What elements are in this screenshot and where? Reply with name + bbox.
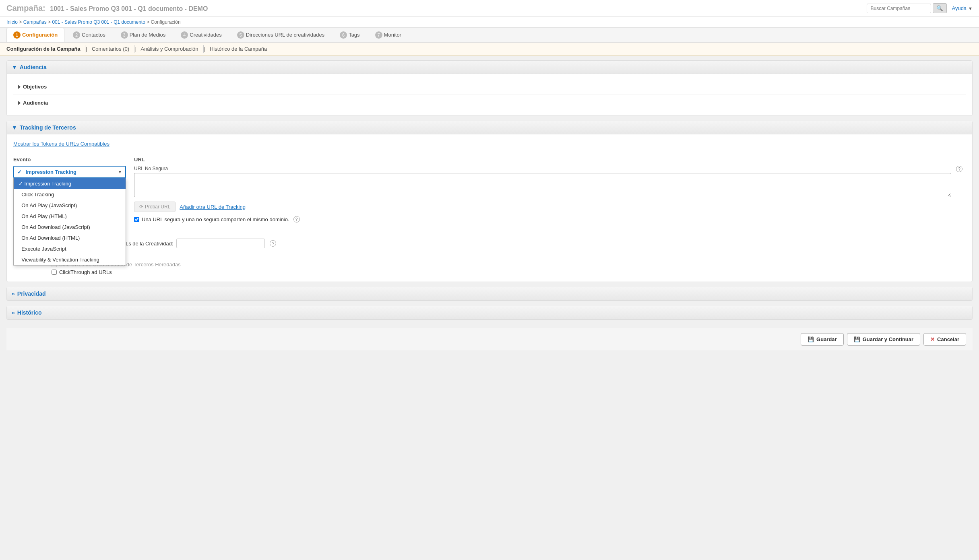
objetivos-header[interactable]: Objetivos — [18, 81, 961, 92]
privacidad-toggle: » — [12, 290, 15, 297]
custom-params-help-icon[interactable]: ? — [270, 240, 276, 247]
evento-col-header: Evento — [13, 155, 134, 164]
audiencia-sub-header[interactable]: Audiencia — [18, 97, 961, 108]
audiencia-header[interactable]: ▼ Audiencia — [7, 61, 972, 74]
guardar-button[interactable]: 💾 Guardar — [801, 333, 844, 346]
url-label-text: URL — [134, 156, 145, 163]
tab-monitor[interactable]: 7Monitor — [368, 28, 408, 42]
tracking-section: ▼ Tracking de Terceros Mostrar los Token… — [6, 121, 973, 282]
tab-direcciones-url-de-creatividades[interactable]: 5Direcciones URL de creatividades — [230, 28, 331, 42]
audiencia-arrow — [18, 101, 21, 105]
historico-header[interactable]: » Histórico — [7, 306, 972, 319]
dropdown-item-5[interactable]: On Ad Download (HTML) — [14, 233, 126, 243]
dropdown-arrow-icon: ▼ — [118, 170, 122, 174]
privacidad-section: » Privacidad — [6, 287, 973, 301]
url-row: URL No Segura ? — [134, 166, 962, 198]
tab-plan-de-medios[interactable]: 3Plan de Medios — [114, 28, 173, 42]
tab-creatividades[interactable]: 4Creatividades — [174, 28, 229, 42]
probar-url-button[interactable]: ⟳ Probar URL — [134, 202, 176, 212]
cancelar-label: Cancelar — [937, 336, 959, 342]
evento-cell: ✓ Impression Tracking ▼ ✓ Impression Tra… — [13, 164, 134, 224]
tab-contactos[interactable]: 2Contactos — [66, 28, 112, 42]
tracking-body: Mostrar los Tokens de URLs Compatibles E… — [7, 134, 972, 282]
search-input[interactable] — [867, 4, 931, 13]
domain-help-icon[interactable]: ? — [293, 216, 300, 222]
campaign-title: Campaña: 1001 - Sales Promo Q3 001 - Q1 … — [6, 4, 208, 13]
url-cell: URL No Segura ? ⟳ Probar URL Aña — [134, 164, 966, 224]
ayuda-chevron: ▼ — [968, 6, 973, 11]
audiencia-title: Audiencia — [20, 64, 47, 70]
sub-tab-2[interactable]: Análisis y Comprobación — [136, 45, 203, 53]
url-no-segura-col: URL No Segura — [134, 166, 951, 198]
tracking-toggle: ▼ — [12, 124, 17, 131]
ayuda-link[interactable]: Ayuda — [952, 5, 967, 11]
dropdown-item-3[interactable]: On Ad Play (HTML) — [14, 211, 126, 222]
guardar-continuar-icon: 💾 — [854, 336, 860, 342]
clickthrough-label: ClickThrough ad URLs — [59, 269, 112, 275]
historico-section: » Histórico — [6, 306, 973, 320]
domain-checkbox-label: Una URL segura y una no segura comparten… — [142, 216, 289, 222]
guardar-label: Guardar — [816, 336, 837, 342]
audiencia-body: Objetivos Audiencia — [7, 74, 972, 115]
sub-tab-0[interactable]: Configuración de la Campaña — [6, 45, 85, 53]
domain-checkbox-row: Una URL segura y una no segura comparten… — [134, 216, 962, 222]
main-content: ▼ Audiencia Objetivos Audiencia ▼ Tracki… — [0, 60, 979, 357]
url-actions: ⟳ Probar URL Añadir otra URL de Tracking — [134, 202, 962, 212]
probar-icon: ⟳ — [139, 204, 143, 210]
params-row: Anexar Parametros Personalizados a las U… — [13, 239, 966, 248]
checkmark-icon: ✓ — [17, 169, 22, 175]
dropdown-item-0[interactable]: ✓ Impression Tracking — [14, 178, 126, 189]
audiencia-toggle: ▼ — [12, 64, 17, 70]
sub-tab-1[interactable]: Comentarios (0) — [87, 45, 134, 53]
pixel-row: Restricciones a los Pixeles de Tracking … — [13, 229, 966, 235]
breadcrumb-current: Configuración — [151, 19, 181, 25]
objetivos-arrow — [18, 85, 21, 89]
audiencia-subsection: Audiencia — [13, 95, 966, 111]
audiencia-label: Audiencia — [23, 100, 48, 106]
url-no-segura-input[interactable] — [134, 173, 951, 197]
sub-tab-3[interactable]: Histórico de la Campaña — [205, 45, 272, 53]
guardar-icon: 💾 — [808, 336, 814, 342]
search-area: 🔍 Ayuda ▼ — [867, 3, 973, 13]
dropdown-item-6[interactable]: Execute JavaScript — [14, 243, 126, 254]
campaign-label: Campaña: — [6, 4, 45, 12]
dropdown-selected-label: Impression Tracking — [26, 169, 76, 175]
aplicar-section: Aplicar a Todas las URLs de Terceros Sol… — [13, 252, 966, 275]
breadcrumb-campanas[interactable]: Campañas — [23, 19, 47, 25]
top-bar: Campaña: 1001 - Sales Promo Q3 001 - Q1 … — [0, 0, 979, 17]
tabs-bar: 1Configuración2Contactos3Plan de Medios4… — [0, 28, 979, 43]
breadcrumb: Inicio > Campañas > 001 - Sales Promo Q3… — [0, 17, 979, 28]
breadcrumb-inicio[interactable]: Inicio — [6, 19, 18, 25]
tracking-title: Tracking de Terceros — [20, 124, 76, 131]
tracking-header[interactable]: ▼ Tracking de Terceros — [7, 121, 972, 134]
dropdown-item-7[interactable]: Viewability & Verification Tracking — [14, 254, 126, 265]
anadir-url-link[interactable]: Añadir otra URL de Tracking — [180, 204, 246, 210]
privacidad-header[interactable]: » Privacidad — [7, 287, 972, 301]
custom-params-input[interactable] — [176, 239, 265, 248]
breadcrumb-campaign[interactable]: 001 - Sales Promo Q3 001 - Q1 documento — [52, 19, 145, 25]
objetivos-label: Objetivos — [23, 84, 47, 90]
dropdown-item-2[interactable]: On Ad Play (JavaScript) — [14, 200, 126, 211]
aplicar-row: Aplicar a Todas las URLs de Terceros Sol… — [21, 252, 966, 275]
historico-title: Histórico — [17, 309, 42, 316]
search-button[interactable]: 🔍 — [933, 3, 947, 13]
domain-checkbox[interactable] — [134, 217, 139, 222]
evento-dropdown-selected[interactable]: ✓ Impression Tracking ▼ — [13, 166, 126, 178]
tab-tags[interactable]: 6Tags — [333, 28, 366, 42]
tab-configuración[interactable]: 1Configuración — [6, 28, 64, 42]
campaign-name-text: 1001 - Sales Promo Q3 001 - Q1 documento… — [50, 5, 208, 12]
dropdown-item-1[interactable]: Click Tracking — [14, 189, 126, 200]
privacidad-title: Privacidad — [17, 290, 46, 297]
probar-url-label: Probar URL — [145, 204, 170, 210]
cancelar-button[interactable]: ✕ Cancelar — [923, 333, 966, 346]
url-help-icon[interactable]: ? — [956, 166, 962, 172]
dropdown-item-4[interactable]: On Ad Download (JavaScript) — [14, 222, 126, 233]
url-no-segura-label: URL No Segura — [134, 166, 951, 171]
guardar-continuar-button[interactable]: 💾 Guardar y Continuar — [847, 333, 920, 346]
footer-bar: 💾 Guardar 💾 Guardar y Continuar ✕ Cancel… — [6, 328, 973, 350]
show-tokens-link[interactable]: Mostrar los Tokens de URLs Compatibles — [13, 141, 109, 147]
objetivos-subsection: Objetivos — [13, 79, 966, 95]
cancelar-icon: ✕ — [930, 336, 935, 342]
clickthrough-checkbox[interactable] — [52, 270, 57, 275]
evento-dropdown-container: ✓ Impression Tracking ▼ ✓ Impression Tra… — [13, 166, 126, 178]
